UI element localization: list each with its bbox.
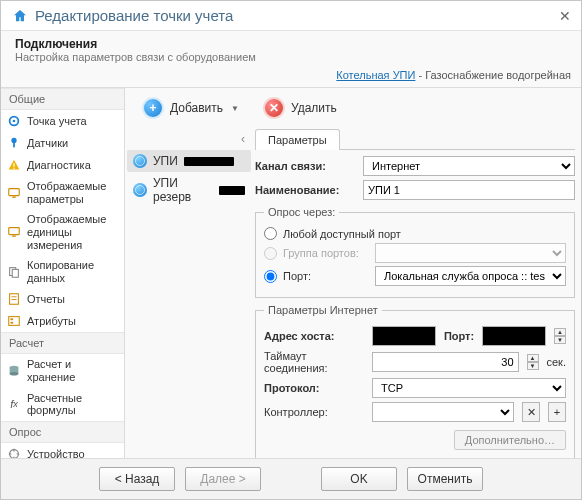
sidebar: Общие Точка учета Датчики Диагностика От… — [1, 88, 125, 458]
sidebar-item-display-units[interactable]: Отображаемые единицы измерения — [1, 209, 124, 255]
display-icon — [7, 186, 21, 200]
poll-any-label: Любой доступный порт — [283, 228, 401, 240]
svg-rect-9 — [12, 236, 16, 237]
svg-rect-7 — [12, 196, 16, 197]
target-icon — [7, 114, 21, 128]
sidebar-group: Расчет — [1, 332, 124, 354]
cancel-button[interactable]: Отменить — [407, 467, 483, 491]
svg-point-20 — [10, 372, 19, 376]
port-label: Порт: — [444, 330, 474, 342]
sidebar-item-reports[interactable]: Отчеты — [1, 288, 124, 310]
svg-rect-4 — [13, 163, 14, 167]
sidebar-item-formulas[interactable]: fxРасчетные формулы — [1, 388, 124, 421]
footer: < Назад Далее > OK Отменить — [1, 458, 581, 499]
poll-port-select[interactable]: Локальная служба опроса :: test — [375, 266, 566, 286]
breadcrumb-link[interactable]: Котельная УПИ — [336, 69, 415, 81]
port-spinner[interactable]: ▲▼ — [554, 328, 566, 344]
svg-rect-11 — [12, 269, 18, 277]
add-button[interactable]: + Добавить ▼ — [133, 94, 248, 122]
back-chevron-icon[interactable]: ‹ — [127, 132, 251, 150]
x-icon: ✕ — [263, 97, 285, 119]
svg-rect-13 — [11, 297, 16, 298]
poll-group-select — [375, 243, 566, 263]
svg-point-1 — [13, 120, 16, 123]
poll-group-label: Группа портов: — [283, 247, 369, 259]
sidebar-item-sensors[interactable]: Датчики — [1, 132, 124, 154]
poll-port-label: Порт: — [283, 270, 369, 282]
timeout-label: Таймаут соединения: — [264, 350, 364, 374]
globe-icon — [133, 183, 147, 197]
home-icon — [11, 8, 29, 24]
fx-icon: fx — [7, 397, 21, 411]
sidebar-item-attributes[interactable]: Атрибуты — [1, 310, 124, 332]
device-icon — [7, 447, 21, 458]
timeout-unit: сек. — [547, 356, 567, 368]
sidebar-group: Общие — [1, 88, 124, 110]
title-bar: Редактирование точки учета ✕ — [1, 1, 581, 31]
connection-item[interactable]: УПИ — [127, 150, 251, 172]
svg-rect-3 — [13, 142, 15, 147]
svg-rect-15 — [9, 317, 20, 326]
svg-rect-14 — [11, 299, 16, 300]
svg-rect-17 — [11, 322, 14, 324]
attr-icon — [7, 314, 21, 328]
breadcrumb: Котельная УПИ - Газоснабжение водогрейна… — [1, 67, 581, 87]
close-icon[interactable]: ✕ — [559, 8, 571, 24]
poll-group-radio — [264, 247, 277, 260]
sidebar-item-diagnostics[interactable]: Диагностика — [1, 154, 124, 176]
globe-icon — [133, 154, 147, 168]
copy-icon — [7, 265, 21, 279]
storage-icon — [7, 364, 21, 378]
back-button[interactable]: < Назад — [99, 467, 175, 491]
poll-legend: Опрос через: — [264, 206, 339, 218]
protocol-label: Протокол: — [264, 382, 364, 394]
svg-rect-6 — [9, 188, 20, 195]
sidebar-item-display-params[interactable]: Отображаемые параметры — [1, 176, 124, 209]
breadcrumb-tail: - Газоснабжение водогрейная — [415, 69, 571, 81]
display-icon — [7, 225, 21, 239]
channel-label: Канал связи: — [255, 160, 355, 172]
tab-parameters[interactable]: Параметры — [255, 129, 340, 150]
sensor-icon — [7, 136, 21, 150]
sidebar-item-device[interactable]: Устройство — [1, 443, 124, 458]
controller-label: Контроллер: — [264, 406, 364, 418]
controller-add-button[interactable]: + — [548, 402, 566, 422]
svg-rect-5 — [13, 168, 14, 169]
internet-fieldset: Параметры Интернет Адрес хоста: Порт: ▲▼… — [255, 304, 575, 458]
content: + Добавить ▼ ✕ Удалить ‹ УПИ — [125, 88, 581, 458]
tab-bar: Параметры — [255, 128, 575, 150]
poll-any-radio[interactable] — [264, 227, 277, 240]
chevron-down-icon: ▼ — [231, 104, 239, 113]
body: Общие Точка учета Датчики Диагностика От… — [1, 87, 581, 458]
host-input[interactable] — [372, 326, 436, 346]
report-icon — [7, 292, 21, 306]
name-input[interactable] — [363, 180, 575, 200]
svg-rect-8 — [9, 228, 20, 235]
section-description: Настройка параметров связи с оборудовани… — [15, 51, 567, 63]
section-title: Подключения — [15, 37, 567, 51]
connection-item[interactable]: УПИ резерв — [127, 172, 251, 208]
timeout-spinner[interactable]: ▲▼ — [527, 354, 539, 370]
advanced-button[interactable]: Дополнительно… — [454, 430, 566, 450]
sidebar-item-calc-storage[interactable]: Расчет и хранение — [1, 354, 124, 387]
toolbar: + Добавить ▼ ✕ Удалить — [125, 88, 581, 128]
delete-button[interactable]: ✕ Удалить — [254, 94, 346, 122]
connection-list: ‹ УПИ УПИ резерв — [125, 128, 253, 458]
name-label: Наименование: — [255, 184, 355, 196]
plus-icon: + — [142, 97, 164, 119]
sidebar-item-copy[interactable]: Копирование данных — [1, 255, 124, 288]
sidebar-item-point[interactable]: Точка учета — [1, 110, 124, 132]
poll-fieldset: Опрос через: Любой доступный порт Группа… — [255, 206, 575, 298]
protocol-select[interactable]: TCP — [372, 378, 566, 398]
ok-button[interactable]: OK — [321, 467, 397, 491]
warn-icon — [7, 158, 21, 172]
port-input[interactable] — [482, 326, 546, 346]
dialog-window: Редактирование точки учета ✕ Подключения… — [0, 0, 582, 500]
timeout-input[interactable] — [372, 352, 519, 372]
channel-select[interactable]: Интернет — [363, 156, 575, 176]
subheader: Подключения Настройка параметров связи с… — [1, 31, 581, 67]
controller-clear-button[interactable]: ✕ — [522, 402, 540, 422]
poll-port-radio[interactable] — [264, 270, 277, 283]
redacted-text — [219, 186, 245, 195]
controller-select[interactable] — [372, 402, 514, 422]
